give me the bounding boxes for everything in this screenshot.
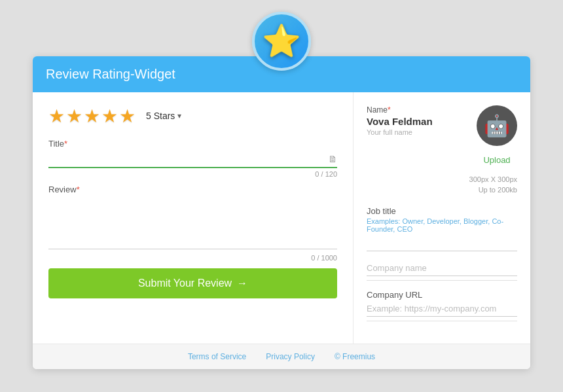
privacy-link[interactable]: Privacy Policy — [266, 352, 315, 361]
job-title-label: Job title — [367, 206, 517, 216]
company-name-input[interactable] — [367, 260, 517, 276]
profile-info: Name* Vova Feldman Your full name — [367, 105, 469, 136]
title-input[interactable] — [48, 151, 337, 168]
url-divider — [367, 321, 517, 321]
profile-section: Name* Vova Feldman Your full name 🤖 — [367, 105, 517, 146]
widget-body: ★ ★ ★ ★ ★ 5 Stars ▾ Title* 🗎 — [33, 92, 530, 344]
widget-container: Review Rating-Widget ★ ★ ★ ★ ★ 5 Stars ▾ — [33, 56, 530, 369]
avatar: 🤖 — [477, 105, 517, 146]
widget-title: Review Rating-Widget — [46, 67, 175, 81]
review-required: * — [77, 185, 80, 194]
star-badge: ⭐ — [252, 12, 311, 71]
upload-right: Upload 300px X 300px Up to 200kb — [469, 155, 517, 204]
review-char-count: 0 / 1000 — [48, 254, 337, 262]
name-required: * — [388, 105, 391, 115]
full-name-hint: Your full name — [367, 128, 469, 136]
stars-display[interactable]: ★ ★ ★ ★ ★ — [48, 105, 136, 127]
title-char-count: 0 / 120 — [48, 170, 337, 178]
title-field-group: Title* 🗎 0 / 120 — [48, 139, 337, 178]
star-1[interactable]: ★ — [48, 105, 65, 127]
star-4[interactable]: ★ — [101, 105, 118, 127]
star-icon: ⭐ — [262, 26, 301, 57]
review-field-group: Review* 0 / 1000 — [48, 185, 337, 262]
title-label: Title* — [48, 139, 337, 149]
terms-link[interactable]: Terms of Service — [188, 352, 246, 361]
name-label: Name* — [367, 105, 469, 115]
company-url-group: Company URL — [367, 290, 517, 321]
submit-button[interactable]: Submit Your Review → — [48, 268, 337, 298]
stars-dropdown[interactable]: 5 Stars ▾ — [142, 108, 185, 124]
job-title-hint: Examples: Owner, Developer, Blogger, Co-… — [367, 217, 517, 233]
profile-name[interactable]: Vova Feldman — [367, 116, 469, 127]
submit-label: Submit Your Review — [138, 277, 232, 289]
star-3[interactable]: ★ — [84, 105, 100, 127]
company-name-group — [367, 260, 517, 281]
widget-footer: Terms of Service Privacy Policy © Freemi… — [33, 344, 530, 369]
upload-button[interactable]: Upload — [477, 155, 517, 165]
right-panel: Name* Vova Feldman Your full name 🤖 Uplo… — [354, 92, 530, 344]
title-input-wrapper: 🗎 — [48, 151, 337, 168]
rating-row: ★ ★ ★ ★ ★ 5 Stars ▾ — [48, 105, 337, 127]
title-required: * — [64, 139, 67, 149]
left-panel: ★ ★ ★ ★ ★ 5 Stars ▾ Title* 🗎 — [33, 92, 354, 344]
text-icon: 🗎 — [328, 154, 337, 164]
company-url-input[interactable] — [367, 301, 517, 317]
job-title-input[interactable] — [367, 236, 517, 251]
dropdown-arrow-icon: ▾ — [177, 111, 181, 120]
review-label: Review* — [48, 185, 337, 194]
upload-limit: Up to 200kb — [469, 185, 517, 196]
star-5[interactable]: ★ — [119, 105, 136, 127]
review-textarea[interactable] — [48, 197, 337, 249]
company-divider — [367, 280, 517, 281]
upload-section: Upload 300px X 300px Up to 200kb — [367, 155, 517, 204]
upload-size: 300px X 300px — [469, 174, 517, 185]
submit-arrow-icon: → — [237, 277, 247, 289]
upload-info: 300px X 300px Up to 200kb — [469, 174, 517, 196]
copyright: © Freemius — [335, 352, 375, 361]
avatar-emoji: 🤖 — [484, 113, 510, 138]
stars-label: 5 Stars — [146, 111, 175, 121]
company-url-label: Company URL — [367, 290, 517, 300]
job-title-group: Job title Examples: Owner, Developer, Bl… — [367, 206, 517, 251]
star-2[interactable]: ★ — [66, 105, 82, 127]
